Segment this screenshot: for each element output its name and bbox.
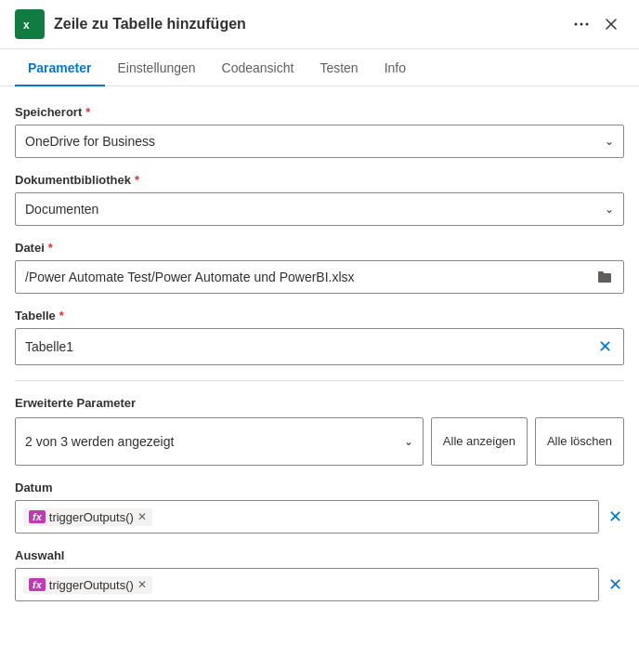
datum-token: fx triggerOutputs() ✕ [23,508,152,526]
more-options-button[interactable] [568,11,594,37]
datei-group: Datei * /Power Automate Test/Power Autom… [15,241,624,294]
datum-group: Datum fx triggerOutputs() ✕ ✕ [15,481,624,534]
datei-browse-button[interactable] [595,268,614,286]
speicherort-required: * [85,105,90,119]
advanced-row: 2 von 3 werden angezeigt ⌄ Alle anzeigen… [15,417,624,466]
page-title: Zeile zu Tabelle hinzufügen [54,16,559,33]
auswahl-token-text: triggerOutputs() [49,578,134,592]
speicherort-group: Speicherort * OneDrive for Business ⌄ [15,105,624,158]
svg-point-2 [575,23,578,26]
tabelle-value: Tabelle1 [25,339,596,354]
advanced-chevron-icon: ⌄ [404,435,413,448]
datum-token-remove[interactable]: ✕ [137,511,147,522]
auswahl-clear-button[interactable]: ✕ [606,574,624,595]
header: x Zeile zu Tabelle hinzufügen [0,0,639,49]
dokumentbibliothek-group: Dokumentbibliothek * Documenten ⌄ [15,173,624,226]
datum-label: Datum [15,481,624,494]
advanced-select[interactable]: 2 von 3 werden angezeigt ⌄ [15,417,424,466]
dokumentbibliothek-dropdown[interactable]: Documenten ⌄ [15,192,624,226]
auswahl-token: fx triggerOutputs() ✕ [23,576,152,594]
datum-token-field[interactable]: fx triggerOutputs() ✕ [15,500,599,534]
alle-loeschen-button[interactable]: Alle löschen [535,417,624,466]
dokumentbibliothek-required: * [135,173,139,187]
datei-required: * [48,241,53,255]
auswahl-fx-icon: fx [29,578,46,591]
advanced-select-value: 2 von 3 werden angezeigt [25,434,404,449]
auswahl-token-field[interactable]: fx triggerOutputs() ✕ [15,568,599,601]
datum-clear-button[interactable]: ✕ [606,507,624,527]
alle-anzeigen-button[interactable]: Alle anzeigen [431,417,528,466]
svg-text:x: x [23,19,30,32]
tab-bar: Parameter Einstellungen Codeansicht Test… [0,49,639,86]
tabelle-label: Tabelle * [15,309,624,323]
svg-point-4 [586,23,589,26]
tab-codeansicht[interactable]: Codeansicht [209,49,307,86]
tabelle-field[interactable]: Tabelle1 ✕ [15,328,624,365]
folder-icon [597,270,612,284]
datei-label: Datei * [15,241,624,255]
app-icon: x [15,9,45,39]
tab-einstellungen[interactable]: Einstellungen [105,49,209,86]
datum-token-text: triggerOutputs() [49,510,134,524]
tab-testen[interactable]: Testen [306,49,371,86]
datei-value: /Power Automate Test/Power Automate und … [25,270,595,284]
auswahl-label: Auswahl [15,548,624,562]
auswahl-token-remove[interactable]: ✕ [137,579,147,590]
section-divider [15,380,624,381]
speicherort-value: OneDrive for Business [25,134,605,149]
svg-point-3 [580,23,583,26]
speicherort-dropdown[interactable]: OneDrive for Business ⌄ [15,125,624,158]
tab-parameter[interactable]: Parameter [15,49,105,86]
tabelle-required: * [59,309,64,323]
close-button[interactable] [598,11,624,37]
dokumentbibliothek-chevron-icon: ⌄ [605,203,614,216]
datum-fx-icon: fx [29,510,46,523]
speicherort-chevron-icon: ⌄ [605,135,614,148]
content-area: Speicherort * OneDrive for Business ⌄ Do… [0,86,639,635]
dokumentbibliothek-value: Documenten [25,202,605,217]
auswahl-group: Auswahl fx triggerOutputs() ✕ ✕ [15,548,624,601]
speicherort-label: Speicherort * [15,105,624,119]
tab-info[interactable]: Info [372,49,419,86]
tabelle-clear-button[interactable]: ✕ [596,335,614,359]
dokumentbibliothek-label: Dokumentbibliothek * [15,173,624,187]
header-actions [568,11,624,37]
datei-field[interactable]: /Power Automate Test/Power Automate und … [15,260,624,294]
tabelle-group: Tabelle * Tabelle1 ✕ [15,309,624,365]
advanced-section: Erweiterte Parameter 2 von 3 werden ange… [15,396,624,466]
advanced-label: Erweiterte Parameter [15,396,624,410]
